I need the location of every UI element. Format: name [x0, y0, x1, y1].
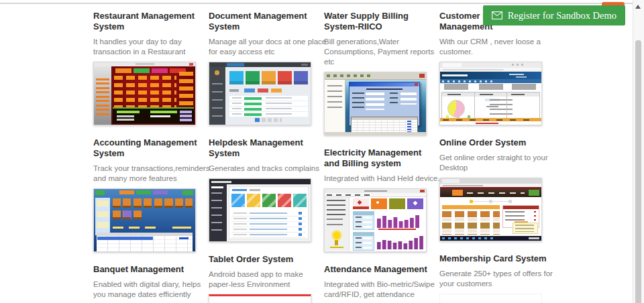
mini-bar-chart-2 — [377, 232, 424, 249]
product-thumbnail-membership[interactable] — [439, 294, 542, 303]
grid-column-4: Customer Relationship Management With ou… — [439, 11, 555, 303]
product-card-attendance: Attendance Management Integrated with Bi… — [324, 264, 439, 303]
mini-navbar — [440, 187, 541, 197]
mini-stat-tiles — [353, 198, 424, 209]
product-card-document: Document Management System Manage all yo… — [209, 11, 324, 125]
product-thumbnail-helpdesk[interactable] — [209, 178, 311, 242]
product-description: Get online order straight to your Deskto… — [439, 153, 557, 173]
product-title[interactable]: Electricity Management and Billing syste… — [324, 147, 437, 169]
mini-toolbar — [94, 189, 195, 196]
top-divider — [0, 3, 633, 4]
product-title[interactable]: Restaurant Management System — [93, 11, 206, 32]
product-card-membership: Membership Card System Generate 250+ typ… — [439, 253, 555, 303]
mini-note-popup — [513, 223, 538, 234]
mini-sidebar — [209, 67, 225, 125]
product-title[interactable]: Attendance Management — [324, 264, 437, 275]
mini-app-header — [440, 72, 541, 79]
product-thumbnail-water-billing[interactable] — [324, 72, 427, 135]
mini-left-panel-bulb — [325, 197, 350, 251]
register-button-label: Register for Sandbox Demo — [508, 10, 616, 21]
mini-sidebar — [209, 184, 227, 241]
mini-table — [97, 233, 193, 251]
product-thumbnail-electricity[interactable] — [324, 188, 427, 252]
product-thumbnail-crm[interactable] — [439, 62, 542, 125]
product-description: With our CRM , never loose a customer. — [439, 37, 557, 57]
mini-sidebar — [94, 66, 111, 125]
scrollbar-up-arrow[interactable] — [635, 5, 641, 9]
mini-category-buttons — [115, 68, 189, 73]
product-description: Generates and tracks complains — [209, 164, 327, 174]
product-thumbnail-accounting[interactable] — [93, 188, 196, 252]
product-card-water-billing: Water Supply Billing System-RIICO Bill g… — [324, 11, 439, 135]
mini-form-box-1 — [353, 211, 374, 230]
products-page: Register for Sandbox Demo Restaurant Man… — [0, 0, 644, 303]
product-thumbnail-document[interactable] — [209, 62, 311, 125]
product-card-accounting: Accounting Management System Track your … — [93, 137, 209, 252]
scrollbar-thumb[interactable] — [635, 40, 641, 303]
product-card-online-order: Online Order System Get online order str… — [439, 137, 555, 241]
mini-tiles — [113, 198, 193, 221]
mini-panels-piechart — [441, 92, 540, 120]
mini-sidebar — [95, 198, 110, 235]
product-description: Enabled with digital diary, helps you ma… — [93, 280, 211, 300]
product-description: Integrated with Bio-metric/Swipe card/RF… — [324, 280, 442, 300]
mini-topbar — [209, 62, 311, 67]
product-description: Bill generations,Water Consumptions, Pay… — [324, 37, 442, 67]
mini-pagination — [255, 118, 282, 122]
mini-amount-row — [113, 227, 193, 229]
product-description: It handles your day to day transaction i… — [93, 37, 211, 57]
grid-column-2: Document Management System Manage all yo… — [209, 11, 324, 303]
mini-dashboard-panel — [229, 186, 309, 239]
product-card-restaurant: Restaurant Management System It handles … — [93, 11, 209, 125]
mini-statusbar — [325, 132, 426, 135]
product-title[interactable]: Online Order System — [439, 137, 552, 148]
product-thumbnail-restaurant[interactable] — [93, 62, 196, 125]
mini-taskbar — [440, 236, 541, 241]
product-card-electricity: Electricity Management and Billing syste… — [324, 147, 439, 252]
mini-side-buttons — [179, 72, 193, 108]
mini-item-buttons — [114, 76, 176, 107]
product-title[interactable]: Water Supply Billing System-RIICO — [324, 11, 437, 32]
product-thumbnail-online-order[interactable] — [439, 178, 542, 241]
mini-stat-cards — [229, 71, 308, 84]
mini-form-box-2 — [353, 232, 374, 251]
product-card-helpdesk: Helpdesk Management System Generates and… — [209, 137, 324, 242]
grid-column-1: Restaurant Management System It handles … — [93, 11, 209, 303]
grid-column-3: Water Supply Billing System-RIICO Bill g… — [324, 11, 439, 303]
product-card-crm: Customer Relationship Management With ou… — [439, 11, 555, 125]
product-description: Integrated with Hand Held device. — [324, 174, 442, 184]
product-title[interactable]: Membership Card System — [439, 253, 552, 264]
mini-topbar — [209, 179, 311, 184]
product-title[interactable]: Helpdesk Management System — [209, 137, 321, 159]
product-card-tablet-order: Tablet Order System Android based app to… — [209, 254, 324, 303]
mini-bar-chart-1 — [377, 210, 424, 228]
mini-browser-chrome — [440, 62, 541, 68]
mini-filter-chips — [229, 88, 290, 93]
mini-files-table — [229, 96, 308, 117]
mini-buttons-row — [440, 83, 541, 90]
mini-food-grid — [442, 205, 500, 235]
mini-bottom-table — [440, 118, 541, 125]
product-title[interactable]: Accounting Management System — [93, 137, 206, 159]
product-description: Android based app to make paper-less Env… — [209, 269, 327, 290]
product-title[interactable]: Document Management System — [209, 11, 321, 32]
product-title[interactable]: Tablet Order System — [209, 254, 321, 265]
mini-stepper — [460, 198, 521, 204]
product-grid: Restaurant Management System It handles … — [93, 11, 555, 303]
mini-alert-text — [378, 229, 416, 230]
mini-toolbar — [325, 72, 426, 80]
product-description: Manage all your docs at one place for ea… — [209, 37, 327, 57]
mini-order-table — [113, 107, 194, 123]
envelope-icon — [492, 11, 502, 19]
product-thumbnail-tablet-order[interactable] — [209, 294, 311, 303]
product-description: Generate 250+ types of offers for your c… — [439, 269, 557, 289]
product-title[interactable]: Banquet Management — [93, 264, 206, 275]
mini-browser-chrome — [440, 178, 541, 187]
product-card-banquet: Banquet Management Enabled with digital … — [93, 264, 209, 303]
mini-left-panel — [325, 80, 345, 132]
register-sandbox-button[interactable]: Register for Sandbox Demo — [483, 5, 625, 25]
product-description: Track your transactions,reminders and ma… — [93, 164, 211, 184]
scrollbar[interactable] — [633, 0, 644, 303]
